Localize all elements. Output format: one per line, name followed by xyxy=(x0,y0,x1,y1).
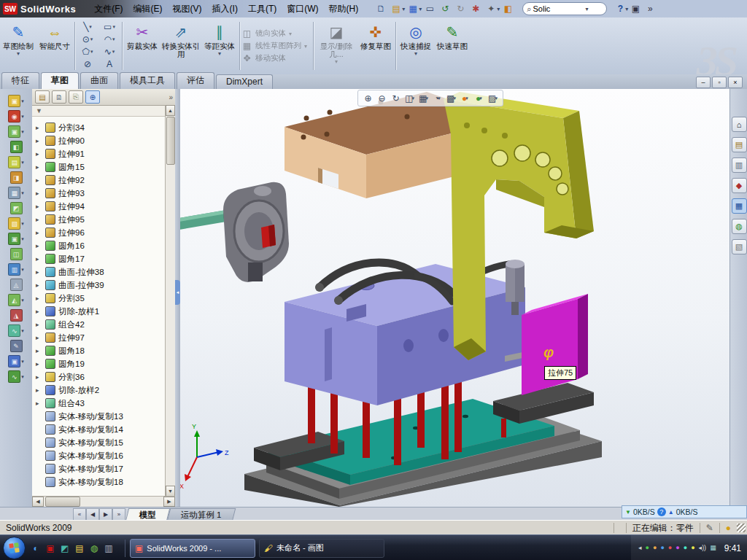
line-icon[interactable]: ╲▾ xyxy=(77,20,98,33)
expand-arrow-icon[interactable]: ▸ xyxy=(36,334,42,341)
expand-arrow-icon[interactable]: ▸ xyxy=(36,308,42,315)
cad-tool-icon[interactable]: ✎ xyxy=(10,340,23,352)
tray-icon[interactable]: ● xyxy=(684,545,687,551)
feature-tree-item[interactable]: ▸ 拉伸92 xyxy=(32,174,175,187)
sketch-status-icon[interactable]: ✎ xyxy=(700,523,719,533)
tree-horizontal-scrollbar[interactable]: ◀ ▶ xyxy=(32,496,175,507)
menu-view[interactable]: 视图(V) xyxy=(168,1,207,18)
featuremanager-tab-icon[interactable]: ▤ xyxy=(35,90,50,104)
part-sprue-insert[interactable] xyxy=(175,182,289,282)
feature-tree-item[interactable]: ▸ 实体-移动/复制14 xyxy=(32,423,175,436)
expand-arrow-icon[interactable]: ▸ xyxy=(36,137,42,144)
expand-arrow-icon[interactable]: ▸ xyxy=(36,229,42,236)
tab-model[interactable]: 模型 xyxy=(125,508,170,521)
close-button[interactable]: × xyxy=(728,77,743,88)
tray-icon[interactable]: ● xyxy=(668,545,672,551)
expand-arrow-icon[interactable]: ▸ xyxy=(36,176,42,184)
polygon-icon[interactable]: ⬠▾ xyxy=(77,45,98,58)
cad-tool-icon[interactable]: ◫ xyxy=(10,248,23,260)
expand-arrow-icon[interactable]: ▸ xyxy=(36,190,42,197)
tray-icon[interactable]: ● xyxy=(660,545,664,551)
tray-icon[interactable]: ● xyxy=(646,545,649,551)
cad-tool-icon[interactable]: ◮ xyxy=(10,309,23,322)
repair-sketch-button[interactable]: ✜ 修复草图 xyxy=(358,19,393,73)
feature-tree-item[interactable]: ▸ 拉伸90 xyxy=(32,134,175,147)
display-style-icon[interactable]: ◔▾ xyxy=(431,92,444,104)
expand-arrow-icon[interactable]: ▸ xyxy=(36,124,42,131)
zoom-fit-icon[interactable]: ⊕ xyxy=(362,92,374,104)
convert-entities-button[interactable]: ⇗ 转换实体引用 xyxy=(161,19,201,73)
cad-tool-icon[interactable]: ∿▾ xyxy=(8,370,24,383)
menu-tools[interactable]: 工具(T) xyxy=(243,1,282,18)
edit-appearance-icon[interactable]: ●▾ xyxy=(459,92,471,104)
expand-arrow-icon[interactable]: ▸ xyxy=(36,216,42,223)
feature-tree-item[interactable]: ▸ 实体-移动/复制13 xyxy=(32,410,175,423)
network-icon[interactable]: ▦ xyxy=(710,545,716,551)
tab-surfaces[interactable]: 曲面 xyxy=(80,72,118,89)
expand-arrow-icon[interactable]: ▸ xyxy=(36,163,42,171)
custom-properties-icon[interactable]: ▧ xyxy=(732,239,747,254)
folder-icon[interactable]: ▤ xyxy=(74,542,85,554)
feature-tree-item[interactable]: ▸ 组合43 xyxy=(32,397,175,410)
menu-window[interactable]: 窗口(W) xyxy=(282,1,323,18)
prev-tab-icon[interactable]: ◀ xyxy=(86,508,99,521)
apply-scene-icon[interactable]: ●▾ xyxy=(473,92,485,104)
sketch-button[interactable]: ✎ 草图绘制 ▾ xyxy=(1,19,36,73)
messenger-icon[interactable]: ◍ xyxy=(88,542,100,554)
expand-arrow-icon[interactable]: ▸ xyxy=(36,242,42,249)
expand-arrow-icon[interactable]: ▸ xyxy=(36,386,42,394)
zoom-area-icon[interactable]: ⊖ xyxy=(376,92,388,104)
scrollbar-thumb[interactable] xyxy=(45,497,80,507)
scroll-left-icon[interactable]: ◀ xyxy=(32,497,44,507)
rebuild-icon[interactable]: ✱ xyxy=(468,2,483,15)
feature-tree-item[interactable]: ▸ 拉伸91 xyxy=(32,147,175,160)
feature-tree-item[interactable]: ▸ 分割34 xyxy=(32,121,175,134)
feature-tree-item[interactable]: ▸ 实体-移动/复制18 xyxy=(32,475,175,489)
cad-tool-icon[interactable]: ◧ xyxy=(10,141,23,153)
menu-edit[interactable]: 编辑(E) xyxy=(128,1,168,18)
expand-arrow-icon[interactable]: ▸ xyxy=(36,321,42,328)
print-icon[interactable]: ▭ xyxy=(422,2,437,15)
next-tab-icon[interactable]: ▶ xyxy=(99,508,112,521)
view-orientation-icon[interactable]: ▦▾ xyxy=(417,92,430,104)
minimize-button[interactable]: – xyxy=(696,77,711,88)
solidworks-launcher-icon[interactable]: ▣ xyxy=(44,542,56,554)
feature-tree-item[interactable]: ▸ 曲面-拉伸39 xyxy=(32,279,175,292)
menu-help[interactable]: 帮助(H) xyxy=(324,1,364,18)
tab-motion-study[interactable]: 运动算例 1 xyxy=(167,508,236,521)
resources-icon[interactable]: ▤ xyxy=(732,137,747,152)
network-monitor-widget[interactable]: ▼ 0KB/S ? ▲ 0KB/S xyxy=(622,505,747,518)
scroll-down-icon[interactable]: ▼ xyxy=(166,486,175,497)
scroll-right-icon[interactable]: ▶ xyxy=(163,497,175,507)
start-button[interactable] xyxy=(3,537,26,559)
section-view-icon[interactable]: ◫▾ xyxy=(403,92,416,104)
fullscreen-icon[interactable]: ▣ xyxy=(628,2,643,15)
tab-evaluate[interactable]: 评估 xyxy=(177,72,214,89)
tab-dimxpert[interactable]: DimXpert xyxy=(216,74,273,89)
scroll-up-icon[interactable]: ▲ xyxy=(166,105,175,116)
undo-icon[interactable]: ↺ xyxy=(438,2,452,15)
cad-tool-icon[interactable]: ◉▾ xyxy=(8,110,24,122)
task-paint[interactable]: 🖌 未命名 - 画图 xyxy=(259,539,384,558)
feature-tree-item[interactable]: ▸ 拉伸93 xyxy=(32,187,175,200)
panel-splitter[interactable]: ◂ xyxy=(175,89,180,507)
feature-tree-item[interactable]: ▸ 实体-移动/复制15 xyxy=(32,436,175,449)
cad-tool-icon[interactable]: ▣▾ xyxy=(8,125,24,138)
circle-icon[interactable]: ⊙▾ xyxy=(77,33,98,45)
search-input[interactable] xyxy=(531,4,585,14)
text-icon[interactable]: A xyxy=(98,58,120,70)
menu-file[interactable]: 文件(F) xyxy=(89,1,128,18)
ellipse-icon[interactable]: ⊘ xyxy=(77,58,98,70)
cad-tool-icon[interactable]: ◭▾ xyxy=(8,294,24,306)
trim-entities-button[interactable]: ✂ 剪裁实体 xyxy=(125,19,160,73)
browser-icon[interactable]: ◐ xyxy=(30,542,42,554)
media-icon[interactable]: ◩ xyxy=(59,542,71,554)
feature-tree-item[interactable]: ▸ 分割35 xyxy=(32,292,175,305)
feature-tree-item[interactable]: ▸ 圆角17 xyxy=(32,252,175,265)
graphics-viewport[interactable]: φ Y Z X ◂ ⊕ ⊖ ↻ ◫▾ ▦▾ ◔▾ ▩▾ ●▾ ●▾ ▨▾ 拉伸7… xyxy=(175,89,729,507)
new-document-icon[interactable]: 🗋 xyxy=(374,2,388,15)
expand-arrow-icon[interactable]: ▸ xyxy=(36,360,42,368)
expand-arrow-icon[interactable]: ▸ xyxy=(36,268,42,276)
rapid-sketch-button[interactable]: ✎ 快速草图 xyxy=(435,19,470,73)
expand-arrow-icon[interactable]: ▸ xyxy=(36,295,42,302)
